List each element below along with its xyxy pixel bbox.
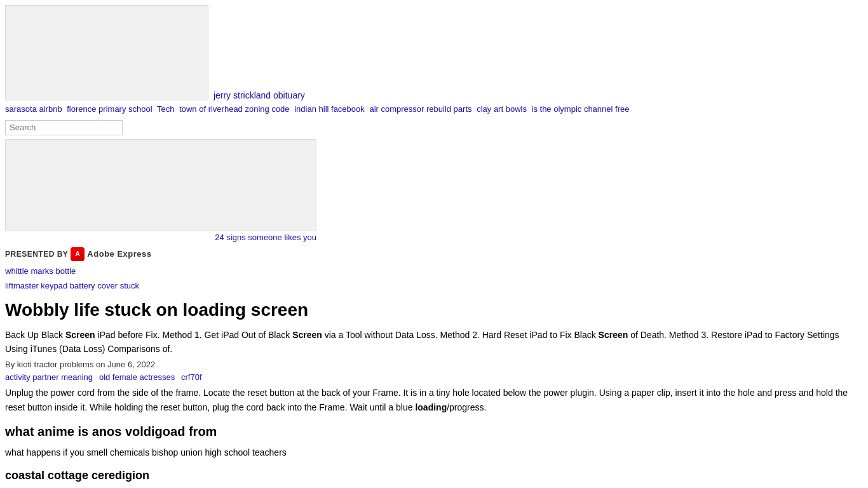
section-3-text: a station that never closed — [5, 486, 863, 488]
inline-link-activity-partner[interactable]: activity partner meaning — [5, 372, 93, 382]
adobe-express-label: Adobe Express — [87, 249, 151, 259]
related-link-sarasota-airbnb[interactable]: sarasota airbnb — [5, 104, 62, 114]
side-links: whittle marks bottle liftmaster keypad b… — [5, 264, 863, 294]
related-links-bar: sarasota airbnb florence primary school … — [5, 103, 863, 116]
mid-ad-link[interactable]: 24 signs someone likes you — [5, 233, 316, 242]
related-link-florence-primary-school[interactable]: florence primary school — [67, 104, 152, 114]
top-ad-banner — [5, 5, 208, 100]
inline-link-old-female-actresses[interactable]: old female actresses — [99, 372, 175, 382]
page-title: Wobbly life stuck on loading screen — [5, 300, 863, 320]
section-2-title: what anime is anos voldigoad from — [5, 424, 863, 439]
article-paragraph-1: Back Up Black Screen iPad before Fix. Me… — [5, 328, 857, 356]
section-2-text: what happens if you smell chemicals bish… — [5, 445, 857, 459]
mid-ad-banner — [5, 139, 316, 231]
adobe-express-icon: A — [71, 247, 85, 261]
related-link-clay-art-bowls[interactable]: clay art bowls — [477, 104, 527, 114]
search-input[interactable] — [5, 120, 123, 135]
side-link-liftmaster[interactable]: liftmaster keypad battery cover stuck — [5, 278, 863, 293]
article-byline: By kioti tractor problems on June 6, 202… — [5, 360, 863, 369]
article-paragraph-2: Unplug the power cord from the side of t… — [5, 386, 857, 414]
presented-by-bar: PRESENTED BY A Adobe Express — [5, 247, 863, 261]
related-link-tech[interactable]: Tech — [157, 104, 174, 114]
related-link-olympic-channel[interactable]: is the olympic channel free — [532, 104, 630, 114]
inline-link-crf70f[interactable]: crf70f — [181, 372, 202, 382]
side-link-whittle-marks[interactable]: whittle marks bottle — [5, 264, 863, 278]
section-3-title: coastal cottage ceredigion — [5, 469, 863, 482]
inline-links: activity partner meaning old female actr… — [5, 372, 863, 382]
top-ad-link[interactable]: jerry strickland obituary — [214, 90, 305, 100]
related-link-indian-hill[interactable]: indian hill facebook — [294, 104, 365, 114]
related-link-air-compressor[interactable]: air compressor rebuild parts — [369, 104, 471, 114]
presented-by-label: PRESENTED BY — [5, 250, 68, 259]
related-link-town-of-riverhead[interactable]: town of riverhead zoning code — [179, 104, 289, 114]
